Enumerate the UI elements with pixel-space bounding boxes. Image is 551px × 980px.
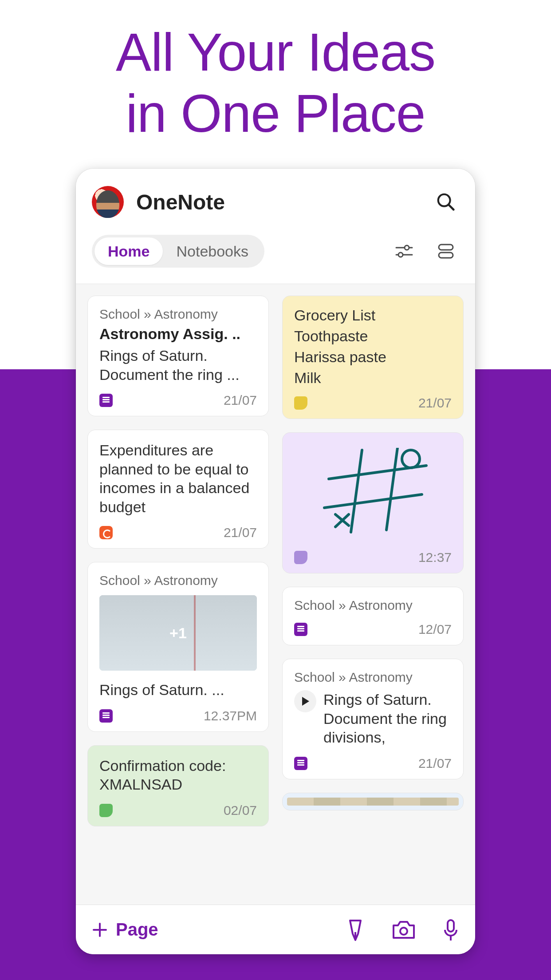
note-breadcrumb: School » Astronomy xyxy=(294,670,452,685)
office-lens-icon xyxy=(99,526,113,539)
app-header: OneNote Home Notebooks xyxy=(76,169,475,284)
svg-line-11 xyxy=(386,448,398,530)
note-card[interactable] xyxy=(282,793,464,810)
feed-column-right: Grocery List Toothpaste Harissa paste Mi… xyxy=(282,296,464,810)
tab-switcher: Home Notebooks xyxy=(92,235,264,268)
mic-button[interactable] xyxy=(442,918,459,941)
note-line: Toothpaste xyxy=(294,328,452,345)
svg-point-12 xyxy=(402,450,420,468)
note-timestamp: 12.37PM xyxy=(204,708,257,723)
microphone-icon xyxy=(442,918,459,941)
sliders-icon xyxy=(394,242,415,260)
avatar[interactable] xyxy=(92,186,124,218)
note-card[interactable]: School » Astronomy Astronomy Assig. .. R… xyxy=(87,296,269,416)
sticky-note-icon xyxy=(294,396,307,410)
note-timestamp: 02/07 xyxy=(224,803,257,818)
note-breadcrumb: School » Astronomy xyxy=(99,307,257,322)
search-button[interactable] xyxy=(433,189,459,215)
ink-button[interactable] xyxy=(346,919,365,941)
note-card[interactable]: Confirmation code: XMALNSAD 02/07 xyxy=(87,745,269,826)
plus-icon xyxy=(92,922,108,938)
camera-icon xyxy=(392,920,416,940)
note-type-icon xyxy=(99,709,113,723)
notes-feed: School » Astronomy Astronomy Assig. .. R… xyxy=(76,284,475,838)
note-title: Rings of Saturn. ... xyxy=(99,680,257,699)
view-toggle-button[interactable] xyxy=(433,238,459,265)
tic-tac-toe-icon xyxy=(311,448,435,537)
note-line: Harissa paste xyxy=(294,348,452,366)
headline-line2: in One Place xyxy=(0,83,551,144)
note-timestamp: 12:37 xyxy=(418,550,452,565)
note-line: Grocery List xyxy=(294,307,452,324)
svg-line-9 xyxy=(324,494,422,508)
svg-line-10 xyxy=(351,450,362,532)
svg-rect-20 xyxy=(448,920,454,932)
note-line: Milk xyxy=(294,369,452,387)
bottom-bar: Page xyxy=(76,905,475,954)
note-timestamp: 21/07 xyxy=(224,393,257,408)
note-card[interactable]: School » Astronomy +1 Rings of Saturn. .… xyxy=(87,562,269,732)
note-title: Astronomy Assig. .. xyxy=(99,325,257,343)
note-body: Confirmation code: XMALNSAD xyxy=(99,756,257,794)
note-breadcrumb: School » Astronomy xyxy=(99,573,257,588)
tab-home[interactable]: Home xyxy=(94,237,163,265)
phone-frame: OneNote Home Notebooks xyxy=(76,169,475,954)
list-view-icon xyxy=(437,242,455,261)
note-timestamp: 21/07 xyxy=(418,756,452,771)
ink-drawing xyxy=(294,443,452,541)
note-card[interactable]: Grocery List Toothpaste Harissa paste Mi… xyxy=(282,296,464,419)
note-card[interactable]: 12:37 xyxy=(282,432,464,573)
note-timestamp: 21/07 xyxy=(418,395,452,411)
note-type-icon xyxy=(99,394,113,407)
note-type-icon xyxy=(294,757,307,770)
svg-line-1 xyxy=(449,205,453,209)
note-body: Rings of Saturn. Document the ring divis… xyxy=(323,690,452,747)
note-timestamp: 12/07 xyxy=(418,622,452,637)
note-body: Rings of Saturn. Document the ring ... xyxy=(99,346,257,384)
headline-line1: All Your Ideas xyxy=(0,21,551,83)
note-card[interactable]: Expenditures are planned to be equal to … xyxy=(87,430,269,549)
new-page-label: Page xyxy=(116,920,158,940)
promo-headline: All Your Ideas in One Place xyxy=(0,0,551,144)
note-body: Expenditures are planned to be equal to … xyxy=(99,441,257,516)
pen-nib-icon xyxy=(346,919,365,941)
feed-column-left: School » Astronomy Astronomy Assig. .. R… xyxy=(87,296,269,826)
svg-point-5 xyxy=(398,253,403,257)
thumbnail-overlay-count: +1 xyxy=(169,624,187,642)
play-icon xyxy=(301,696,310,706)
note-thumbnail: +1 xyxy=(99,595,257,671)
play-button[interactable] xyxy=(294,690,316,712)
search-icon xyxy=(436,192,456,212)
sticky-note-icon xyxy=(294,551,307,564)
tab-notebooks[interactable]: Notebooks xyxy=(163,237,262,265)
svg-marker-15 xyxy=(302,697,309,706)
svg-point-19 xyxy=(400,928,407,935)
svg-point-3 xyxy=(405,245,409,250)
note-thumbnail xyxy=(287,798,459,806)
note-type-icon xyxy=(294,623,307,636)
note-card[interactable]: School » Astronomy Rings of Saturn. Docu… xyxy=(282,659,464,779)
note-breadcrumb: School » Astronomy xyxy=(294,598,452,613)
filter-button[interactable] xyxy=(391,238,417,265)
new-page-button[interactable]: Page xyxy=(92,920,158,940)
svg-rect-6 xyxy=(439,245,453,250)
camera-button[interactable] xyxy=(392,920,416,940)
sticky-note-icon xyxy=(99,804,113,817)
note-card[interactable]: School » Astronomy 12/07 xyxy=(282,587,464,645)
app-title: OneNote xyxy=(136,190,225,214)
note-timestamp: 21/07 xyxy=(224,525,257,540)
svg-rect-7 xyxy=(439,253,453,258)
